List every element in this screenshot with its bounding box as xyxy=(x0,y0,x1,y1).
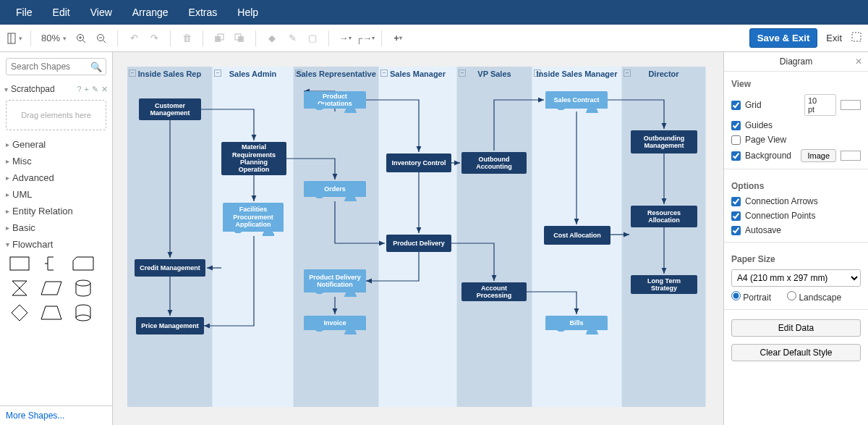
undo-button[interactable]: ↶ xyxy=(125,30,142,47)
canvas[interactable]: −Director−Inside Sales Manager−VP Sales−… xyxy=(113,52,723,425)
shape-bracket[interactable] xyxy=(41,256,62,272)
to-front-button[interactable] xyxy=(210,30,228,47)
chevron-down-icon[interactable]: ▾ xyxy=(4,85,8,93)
swimlane-title: Sales Admin xyxy=(213,70,293,78)
swimlane-2[interactable]: −Sales Representative xyxy=(294,67,379,407)
background-image-button[interactable]: Image xyxy=(801,149,836,162)
background-label: Background xyxy=(745,151,791,161)
shape-card[interactable] xyxy=(72,256,94,272)
connection-arrows-label: Connection Arrows xyxy=(745,196,818,206)
scratchpad-add-icon[interactable]: + xyxy=(85,85,89,93)
menu-extras[interactable]: Extras xyxy=(179,0,228,25)
fit-page-button[interactable] xyxy=(851,31,862,45)
menu-view[interactable]: View xyxy=(80,0,122,25)
swimlane-4[interactable]: −VP Sales xyxy=(457,67,532,407)
guides-checkbox[interactable] xyxy=(731,121,741,130)
node-cust[interactable]: Customer Management xyxy=(139,98,201,120)
line-color-button[interactable]: ✎ xyxy=(284,30,301,47)
menu-help[interactable]: Help xyxy=(227,0,268,25)
connection-arrows-checkbox[interactable] xyxy=(731,197,741,206)
sidebar-group-uml[interactable]: ▸UML xyxy=(0,186,112,203)
connection-points-checkbox[interactable] xyxy=(731,211,741,221)
background-checkbox[interactable] xyxy=(731,151,741,161)
background-color-swatch[interactable] xyxy=(841,151,861,161)
portrait-radio[interactable] xyxy=(731,291,741,300)
pageview-checkbox[interactable] xyxy=(731,135,741,145)
flowchart-shapes xyxy=(0,253,112,324)
swimlane-title: Sales Manager xyxy=(379,70,456,78)
scratchpad-help-icon[interactable]: ? xyxy=(77,85,81,93)
svg-rect-13 xyxy=(852,33,861,41)
insert-button[interactable]: +▾ xyxy=(389,30,407,47)
clear-default-style-button[interactable]: Clear Default Style xyxy=(731,344,861,361)
grid-color-swatch[interactable] xyxy=(841,100,861,110)
menu-file[interactable]: File xyxy=(6,0,43,25)
sidebar-group-entity-relation[interactable]: ▸Entity Relation xyxy=(0,203,112,219)
node-label-ordTxt: Orders xyxy=(304,181,366,197)
node-ap[interactable]: Account Processing xyxy=(461,282,527,301)
node-fac[interactable]: Facilities Procurement Application xyxy=(223,203,284,232)
more-shapes-link[interactable]: More Shapes... xyxy=(0,405,112,425)
sidebar-group-basic[interactable]: ▸Basic xyxy=(0,219,112,236)
sidebar-group-misc[interactable]: ▸Misc xyxy=(0,153,112,169)
fill-color-button[interactable]: ◆ xyxy=(263,30,281,47)
shape-cylinder[interactable] xyxy=(72,280,94,296)
grid-checkbox[interactable] xyxy=(731,101,741,110)
shape-parallelogram[interactable] xyxy=(41,280,62,296)
edit-data-button[interactable]: Edit Data xyxy=(731,319,861,337)
toolbar: ▾ 80% ▾ ↶ ↷ 🗑 ◆ ✎ ▢ →▾ ┌→▾ +▾ Save & Exi… xyxy=(0,25,868,52)
node-credit[interactable]: Credit Management xyxy=(135,259,205,277)
node-lts[interactable]: Long Term Strategy xyxy=(631,275,697,294)
zoom-out-button[interactable] xyxy=(93,30,110,47)
swimlane-1[interactable]: −Sales Admin xyxy=(213,67,294,407)
shape-hourglass[interactable] xyxy=(9,280,30,296)
shape-cylinder2[interactable] xyxy=(72,305,94,321)
shadow-button[interactable]: ▢ xyxy=(304,30,321,47)
zoom-dropdown[interactable]: 80% ▾ xyxy=(38,33,69,43)
delete-button[interactable]: 🗑 xyxy=(178,30,195,47)
svg-rect-0 xyxy=(8,33,15,43)
node-mrp[interactable]: Material Requirements Planning Operation xyxy=(221,142,286,175)
autosave-checkbox[interactable] xyxy=(731,226,741,235)
swimlane-title: Director xyxy=(622,70,705,78)
landscape-radio[interactable] xyxy=(787,291,796,300)
redo-button[interactable]: ↷ xyxy=(145,30,163,47)
shape-rect[interactable] xyxy=(9,256,30,272)
swimlane-diagram[interactable]: −Director−Inside Sales Manager−VP Sales−… xyxy=(127,67,706,407)
paper-size-select[interactable]: A4 (210 mm x 297 mm) xyxy=(731,269,861,287)
format-panel: Diagram✕ View Grid10 pt Guides Page View… xyxy=(723,52,868,425)
sidebar-group-advanced[interactable]: ▸Advanced xyxy=(0,169,112,186)
save-and-exit-button[interactable]: Save & Exit xyxy=(749,28,818,48)
node-quot[interactable]: Product Quotations xyxy=(304,91,366,109)
shape-trapezoid[interactable] xyxy=(41,305,62,321)
menu-arrange[interactable]: Arrange xyxy=(122,0,179,25)
node-om[interactable]: Outbounding Management xyxy=(631,130,697,153)
node-ic[interactable]: Inventory Control xyxy=(386,153,451,172)
grid-size-input[interactable]: 10 pt xyxy=(804,94,836,116)
sidebar-group-flowchart[interactable]: ▾Flowchart xyxy=(0,236,112,253)
waypoint-style-button[interactable]: ┌→▾ xyxy=(357,30,374,47)
section-options: Options xyxy=(724,174,868,194)
menu-edit[interactable]: Edit xyxy=(43,0,80,25)
shape-diamond[interactable] xyxy=(9,305,30,321)
swimlane-6[interactable]: −Director xyxy=(622,67,706,407)
scratchpad-dropzone[interactable]: Drag elements here xyxy=(6,100,106,130)
node-ca[interactable]: Cost Allocation xyxy=(544,226,610,245)
sidebar-group-general[interactable]: ▸General xyxy=(0,136,112,153)
zoom-in-button[interactable] xyxy=(72,30,90,47)
to-back-button[interactable] xyxy=(231,30,248,47)
node-oa[interactable]: Outbound Accounting xyxy=(461,152,527,174)
scratchpad-close-icon[interactable]: ✕ xyxy=(101,85,108,94)
close-panel-icon[interactable]: ✕ xyxy=(855,56,862,67)
node-pdn[interactable]: Product Delivery Notification xyxy=(304,269,366,293)
node-sc[interactable]: Sales Contract xyxy=(545,91,608,109)
page-layout-button[interactable]: ▾ xyxy=(6,30,23,47)
scratchpad-edit-icon[interactable]: ✎ xyxy=(92,85,98,94)
node-ra[interactable]: Resources Allocation xyxy=(631,206,697,227)
connection-style-button[interactable]: →▾ xyxy=(336,30,354,47)
node-label-invTxt: Invoice xyxy=(304,316,366,330)
node-pd[interactable]: Product Delivery xyxy=(386,235,451,252)
zoom-value: 80% xyxy=(41,33,60,43)
exit-button[interactable]: Exit xyxy=(820,29,848,47)
node-price[interactable]: Price Management xyxy=(136,317,204,334)
